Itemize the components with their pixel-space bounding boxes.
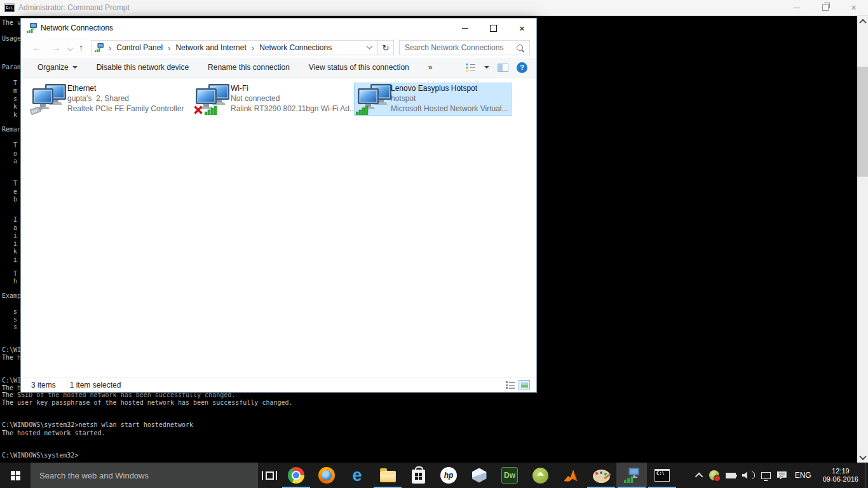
scrollbar-thumb[interactable] [857,67,868,177]
tray-security-button[interactable] [706,463,722,488]
search-icon[interactable] [517,44,523,51]
help-button[interactable]: ? [517,62,527,73]
virtualbox-icon [472,468,487,483]
refresh-icon: ↻ [383,43,390,53]
cmd-icon: C:\ [4,3,15,12]
tray-action-center-button[interactable] [774,463,790,488]
breadcrumb-network-and-internet[interactable]: Network and Internet [175,43,246,52]
network-connections-icon [624,468,639,483]
connection-status: Not connected [231,93,353,104]
network-adapter-icon [31,83,67,116]
task-view-button[interactable] [258,463,281,488]
breadcrumb-network-connections[interactable]: Network Connections [259,43,332,52]
details-view-button[interactable] [506,381,515,389]
taskbar-search-input[interactable] [31,470,258,481]
show-desktop-button[interactable] [865,463,868,488]
paint-icon [593,470,610,483]
taskbar-edge-button[interactable]: e [342,463,372,488]
clock-date: 09-06-2016 [823,475,858,484]
organize-button[interactable]: Organize [37,63,78,72]
taskbar-virtualbox-button[interactable] [464,463,494,488]
breadcrumb-control-panel[interactable]: Control Panel [116,43,163,52]
view-status-button[interactable]: View status of this connection [309,63,409,72]
explorer-search-input[interactable] [400,43,517,52]
scroll-up-button[interactable] [857,16,868,27]
dropdown-caret-icon [72,66,78,69]
maximize-icon [490,25,497,32]
forward-button[interactable]: → [46,43,65,52]
connection-device: Realtek PCIe FE Family Controller [67,104,184,114]
android-studio-icon [532,468,548,484]
edge-icon: e [352,467,362,484]
tray-show-hidden-icons-button[interactable] [694,463,706,488]
task-view-icon [262,471,277,480]
taskbar-android-studio-button[interactable] [525,463,555,488]
scroll-down-button[interactable] [857,452,868,463]
explorer-maximize-button[interactable] [479,18,508,37]
tray-battery-button[interactable] [722,463,739,488]
explorer-titlebar[interactable]: Network Connections × [21,18,536,37]
battery-icon [726,473,736,478]
taskbar-dreamweaver-button[interactable]: Dw [494,463,525,488]
toolbar-overflow-button[interactable]: » [428,63,433,72]
explorer-minimize-button[interactable] [451,18,479,37]
taskbar-network-connections-button[interactable] [616,463,647,488]
taskbar-hp-button[interactable]: hp [433,463,464,488]
chevron-up-icon [695,472,703,480]
recent-pages-chevron-icon[interactable] [67,44,74,51]
connection-item-ethernet[interactable]: Ethernet gupta's 2, Shared Realtek PCIe … [31,83,189,116]
window-title: Network Connections [41,24,113,32]
refresh-button[interactable]: ↻ [378,40,394,55]
tray-volume-button[interactable] [739,463,758,488]
address-dropdown-chevron-icon[interactable] [367,43,373,49]
cmd-minimize-button[interactable] [782,0,811,15]
view-dropdown-caret-icon[interactable] [484,66,489,69]
connection-item-wifi[interactable]: Wi-Fi Not connected Ralink RT3290 802.11… [194,83,353,116]
change-view-button[interactable] [466,64,476,72]
taskbar-matlab-button[interactable] [555,463,586,488]
breadcrumb[interactable]: › Control Panel › Network and Internet ›… [91,40,378,55]
large-icons-view-button[interactable] [519,380,530,390]
taskbar-store-button[interactable] [403,463,433,488]
connection-status: gupta's 2, Shared [67,93,184,104]
explorer-close-button[interactable]: × [508,18,536,37]
up-button[interactable]: ↑ [75,43,87,52]
taskbar-cmd-button[interactable]: C:\ [647,463,677,488]
cmd-restore-button[interactable] [811,0,839,15]
taskbar-clock[interactable]: 12:19 09-06-2016 [817,467,865,484]
breadcrumb-separator: › [252,43,254,53]
taskbar-file-explorer-button[interactable] [372,463,403,488]
tray-network-button[interactable] [758,463,774,488]
taskbar-firefox-button[interactable] [311,463,342,488]
connection-name: Wi-Fi [231,83,353,93]
connection-status: hotspot [391,93,508,104]
file-explorer-icon [380,471,396,482]
file-list-area[interactable]: Ethernet gupta's 2, Shared Realtek PCIe … [21,78,536,377]
taskbar-chrome-button[interactable] [281,463,311,488]
preview-pane-button[interactable] [498,64,508,72]
network-connections-window: Network Connections × ← → ↑ › Control Pa… [20,18,537,393]
clock-time: 12:19 [823,467,858,475]
signal-bars-icon [356,105,369,115]
close-icon: × [851,3,856,12]
network-adapter-icon [194,83,231,116]
cmd-close-button[interactable]: × [839,0,868,15]
antivirus-icon [709,470,719,480]
signal-bars-icon [205,105,217,115]
organize-label: Organize [37,63,69,72]
windows-store-icon [412,470,425,484]
cmd-titlebar[interactable]: C:\ Administrator: Command Prompt × [0,0,868,16]
connection-device: Microsoft Hosted Network Virtual... [391,104,508,114]
rename-connection-button[interactable]: Rename this connection [208,63,290,72]
navigation-bar: ← → ↑ › Control Panel › Network and Inte… [21,37,536,58]
disable-device-button[interactable]: Disable this network device [97,63,189,72]
cmd-scrollbar[interactable] [857,16,868,463]
connection-device: Ralink RT3290 802.11bgn Wi-Fi Ad... [231,104,353,114]
taskbar-paint-button[interactable] [586,463,616,488]
start-button[interactable] [0,463,31,488]
minimize-icon [794,8,800,8]
connection-item-hotspot[interactable]: Lenovo Easyplus Hotspot hotspot Microsof… [354,83,512,116]
back-button[interactable]: ← [27,43,46,52]
disconnected-x-icon [193,105,203,115]
language-indicator[interactable]: ENG [790,471,817,480]
